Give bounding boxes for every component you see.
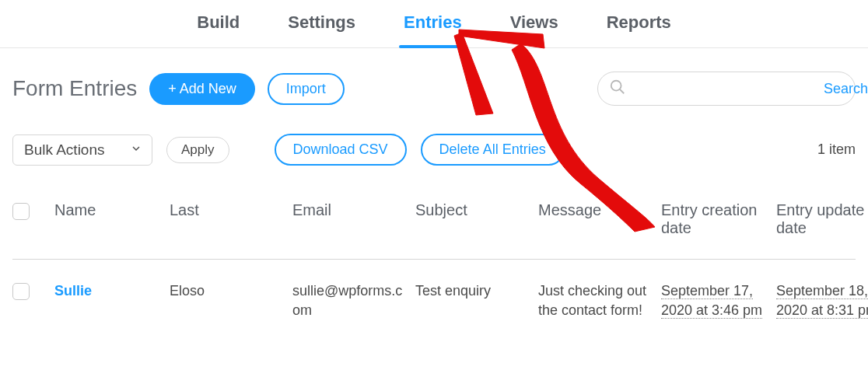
entries-table: Name Last Email Subject Message Entry cr…: [0, 201, 868, 320]
tab-build[interactable]: Build: [194, 8, 243, 47]
tab-settings[interactable]: Settings: [285, 8, 359, 47]
apply-button[interactable]: Apply: [166, 137, 229, 163]
search-button[interactable]: Search: [822, 78, 868, 100]
tab-views[interactable]: Views: [507, 8, 562, 47]
search-icon: [609, 79, 626, 99]
delete-all-button[interactable]: Delete All Entries: [421, 134, 565, 166]
bulk-actions-select[interactable]: Bulk Actions: [12, 134, 152, 166]
page-header: Form Entries + Add New Import Search: [0, 48, 868, 106]
row-checkbox[interactable]: [12, 283, 30, 300]
col-updated[interactable]: Entry update date: [776, 201, 868, 237]
table-header-row: Name Last Email Subject Message Entry cr…: [12, 201, 856, 260]
add-new-button[interactable]: + Add New: [149, 73, 255, 105]
tab-entries[interactable]: Entries: [401, 8, 465, 47]
cell-name[interactable]: Sullie: [54, 281, 163, 301]
entry-name-link[interactable]: Sullie: [54, 283, 92, 298]
col-created[interactable]: Entry creation date: [661, 201, 770, 237]
svg-point-0: [611, 81, 621, 91]
search-input[interactable]: [626, 81, 822, 97]
cell-updated: September 18, 2020 at 8:31 pm: [776, 281, 868, 320]
select-all-checkbox[interactable]: [12, 203, 30, 220]
cell-message: Just checking out the contact form!: [538, 281, 655, 320]
col-email[interactable]: Email: [292, 201, 409, 219]
col-last[interactable]: Last: [170, 201, 286, 219]
row-select-cell: [12, 281, 48, 300]
search-box[interactable]: Search: [597, 72, 856, 106]
col-message[interactable]: Message: [538, 201, 655, 219]
tab-bar: Build Settings Entries Views Reports: [0, 0, 868, 48]
created-date: September 17, 2020 at 3:46 pm: [661, 283, 762, 319]
tab-reports[interactable]: Reports: [604, 8, 674, 47]
item-count: 1 item: [817, 141, 856, 158]
cell-email: sullie@wpforms.com: [292, 281, 409, 320]
select-all-cell: [12, 201, 48, 220]
chevron-down-icon: [130, 141, 142, 159]
col-subject[interactable]: Subject: [415, 201, 532, 219]
table-row: Sullie Eloso sullie@wpforms.com Test enq…: [12, 260, 856, 320]
import-button[interactable]: Import: [268, 73, 345, 105]
updated-date: September 18, 2020 at 8:31 pm: [776, 283, 868, 319]
download-csv-button[interactable]: Download CSV: [275, 134, 407, 166]
svg-line-1: [620, 89, 625, 94]
cell-subject: Test enquiry: [415, 281, 532, 301]
cell-last: Eloso: [170, 281, 286, 301]
bulk-action-bar: Bulk Actions Apply Download CSV Delete A…: [0, 106, 868, 166]
page-title: Form Entries: [12, 76, 137, 101]
bulk-actions-label: Bulk Actions: [24, 141, 105, 158]
search-button-label: Search: [824, 81, 868, 97]
cell-created: September 17, 2020 at 3:46 pm: [661, 281, 770, 320]
col-name[interactable]: Name: [54, 201, 163, 219]
